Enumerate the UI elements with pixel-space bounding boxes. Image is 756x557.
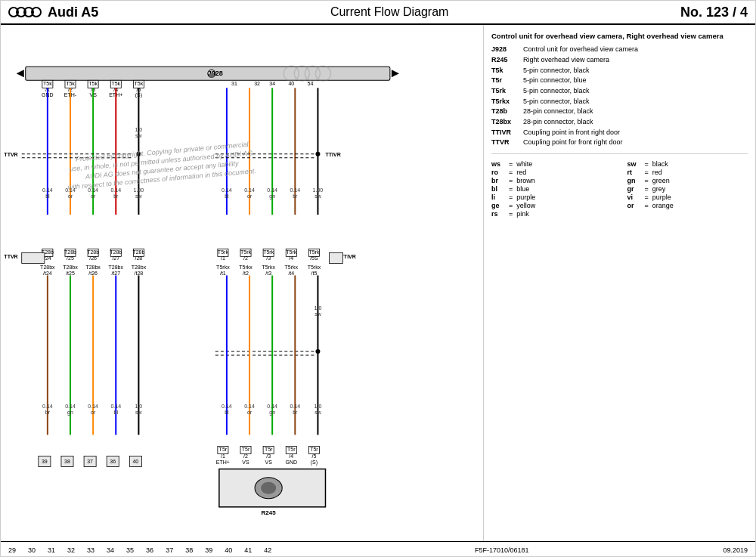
scale-number: 40 xyxy=(225,546,232,554)
component-code: J928 xyxy=(491,45,520,54)
svg-text:T28b: T28b xyxy=(132,249,144,255)
svg-text:0.14: 0.14 xyxy=(88,404,98,409)
svg-text:T5r: T5r xyxy=(310,447,318,452)
svg-rect-3 xyxy=(209,73,214,77)
svg-point-74 xyxy=(315,152,320,156)
scale-number: 33 xyxy=(87,546,94,554)
audi-rings-icon xyxy=(8,7,42,17)
svg-text:T28bx: T28bx xyxy=(85,265,101,270)
svg-text:T5k: T5k xyxy=(43,81,52,86)
svg-text:T28bx: T28bx xyxy=(63,265,78,270)
color-item: or=orange xyxy=(627,202,748,209)
svg-text:0.14: 0.14 xyxy=(267,404,277,409)
svg-text:1.0: 1.0 xyxy=(135,404,143,409)
svg-text:54: 54 xyxy=(307,81,313,86)
color-item: li=purple xyxy=(491,193,612,201)
svg-text:31: 31 xyxy=(231,81,237,86)
svg-text:T5rkx: T5rkx xyxy=(239,265,253,270)
svg-text:1.0: 1.0 xyxy=(135,127,143,132)
scale-number: 42 xyxy=(264,546,271,554)
svg-text:1.0: 1.0 xyxy=(314,404,322,409)
svg-text:0.14: 0.14 xyxy=(65,404,76,409)
component-code: T28bx xyxy=(491,118,520,127)
svg-text:gn: gn xyxy=(269,193,275,200)
color-item: ge=yellow xyxy=(491,202,612,209)
svg-text:/t1: /t1 xyxy=(220,271,226,276)
component-desc: 28-pin connector, black xyxy=(523,118,593,127)
svg-point-186 xyxy=(261,482,276,494)
color-name: white xyxy=(516,160,532,168)
color-item: sw=black xyxy=(627,160,748,168)
svg-text:gn: gn xyxy=(67,410,73,416)
svg-text:38: 38 xyxy=(64,459,70,464)
audi-logo xyxy=(8,7,42,17)
svg-text:0.14: 0.14 xyxy=(244,187,255,193)
svg-text:40: 40 xyxy=(288,81,294,86)
color-abbr: bl xyxy=(491,185,505,193)
color-name: orange xyxy=(652,202,674,209)
main-content: J928 T5k /1 G xyxy=(1,25,755,541)
svg-text:T28b: T28b xyxy=(87,249,99,255)
component-item: TTIVRCoupling point in front right door xyxy=(491,128,748,138)
color-abbr: br xyxy=(491,177,505,184)
color-name: red xyxy=(652,169,662,176)
svg-text:/28: /28 xyxy=(135,255,143,261)
svg-text:sw: sw xyxy=(314,193,322,199)
scale-number: 37 xyxy=(166,546,173,554)
header-left: Audi A5 xyxy=(8,5,98,20)
component-item: J928Control unit for overhead view camer… xyxy=(491,45,748,54)
component-desc: 5-pin connector, blue xyxy=(523,76,587,85)
svg-text:T5rkx: T5rkx xyxy=(216,265,230,270)
scale-number: 29 xyxy=(8,546,16,554)
svg-text:/t28: /t28 xyxy=(135,271,144,276)
footer: 2930313233343536373839404142 F5F-17010/0… xyxy=(1,541,755,557)
date: 09.2019 xyxy=(723,546,748,554)
svg-text:/4: /4 xyxy=(289,453,293,459)
component-item: T5rkx5-pin connector, black xyxy=(491,97,748,107)
doc-id: F5F-17010/06181 xyxy=(475,546,529,554)
svg-text:or: or xyxy=(91,193,96,199)
component-item: T5rk5-pin connector, black xyxy=(491,87,748,96)
svg-text:/t4: /t4 xyxy=(288,271,294,276)
svg-text:/t2: /t2 xyxy=(243,271,249,276)
component-item: T28b28-pin connector, black xyxy=(491,107,748,116)
color-abbr: or xyxy=(627,202,641,209)
wiring-diagram: J928 T5k /1 G xyxy=(1,25,483,541)
svg-text:/24: /24 xyxy=(44,255,51,261)
svg-marker-8 xyxy=(17,70,24,77)
svg-text:0.14: 0.14 xyxy=(290,404,300,409)
color-name: purple xyxy=(516,193,535,201)
component-code: T5k xyxy=(491,67,520,76)
color-item: rs=pink xyxy=(491,210,612,218)
component-code: R245 xyxy=(491,56,520,65)
color-item: vi=purple xyxy=(627,193,748,201)
component-desc: Coupling point in front right door xyxy=(523,128,620,138)
svg-text:ETH+: ETH+ xyxy=(216,460,230,465)
component-code: T5rk xyxy=(491,87,520,96)
svg-text:/3: /3 xyxy=(266,453,271,459)
color-name: grey xyxy=(652,185,666,193)
svg-text:T5rk: T5rk xyxy=(263,249,274,255)
svg-text:or: or xyxy=(247,410,253,415)
svg-text:T5rk: T5rk xyxy=(240,249,252,255)
component-desc: 5-pin connector, black xyxy=(523,87,590,96)
svg-text:br: br xyxy=(45,410,51,415)
svg-text:0.14: 0.14 xyxy=(222,404,232,409)
svg-text:T5rk: T5rk xyxy=(218,249,229,255)
diagram-title: Current Flow Diagram xyxy=(330,5,448,19)
svg-text:0.14: 0.14 xyxy=(42,404,53,409)
header: Audi A5 Current Flow Diagram No. 123 / 4 xyxy=(1,1,755,25)
component-code: T5r xyxy=(491,76,520,85)
color-name: yellow xyxy=(516,202,535,209)
color-abbr: li xyxy=(491,193,505,201)
svg-text:/5S: /5S xyxy=(310,255,318,261)
component-item: T5r5-pin connector, blue xyxy=(491,76,748,85)
svg-text:0.14: 0.14 xyxy=(290,187,300,193)
svg-text:0.14: 0.14 xyxy=(110,404,121,409)
svg-text:/1: /1 xyxy=(221,255,225,261)
svg-text:/t24: /t24 xyxy=(43,271,52,276)
scale-number: 35 xyxy=(126,546,134,554)
component-desc: 5-pin connector, black xyxy=(523,97,590,107)
svg-text:T5r: T5r xyxy=(242,447,250,452)
svg-text:T5r: T5r xyxy=(287,447,296,452)
